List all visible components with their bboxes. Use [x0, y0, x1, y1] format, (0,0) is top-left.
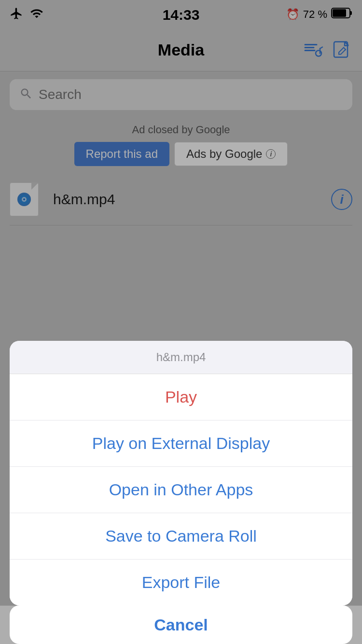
action-sheet-title: h&m.mp4 — [156, 350, 206, 364]
play-external-button[interactable]: Play on External Display — [10, 420, 352, 467]
export-file-button[interactable]: Export File — [10, 560, 352, 605]
play-button[interactable]: Play — [10, 374, 352, 420]
action-sheet-header: h&m.mp4 — [10, 341, 352, 374]
cancel-button[interactable]: Cancel — [10, 605, 352, 644]
open-other-apps-button[interactable]: Open in Other Apps — [10, 467, 352, 513]
cancel-label: Cancel — [154, 616, 208, 634]
save-camera-roll-button[interactable]: Save to Camera Roll — [10, 513, 352, 560]
action-sheet: h&m.mp4 Play Play on External Display Op… — [10, 341, 352, 605]
